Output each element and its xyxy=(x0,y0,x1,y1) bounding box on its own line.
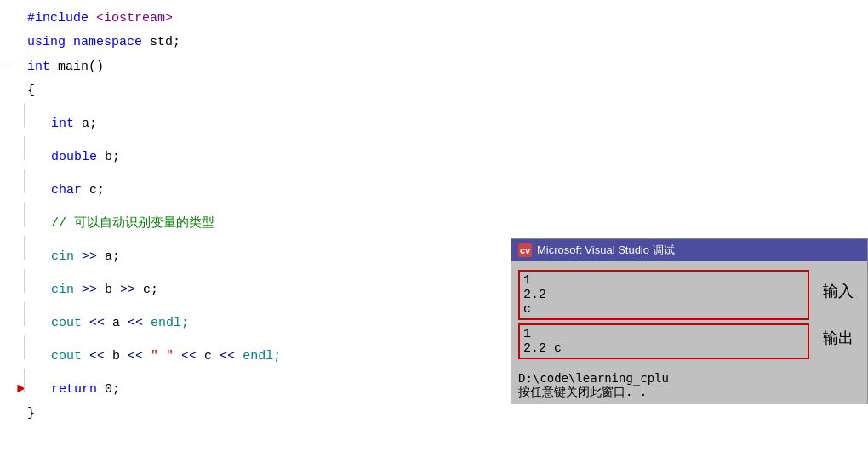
code-token: a xyxy=(112,316,128,330)
indent-bar xyxy=(24,103,48,127)
code-token: // 可以自动识别变量的类型 xyxy=(51,216,214,231)
indent-bar xyxy=(24,302,48,326)
code-token: main() xyxy=(58,60,104,74)
output-line-2: 2.2 c xyxy=(523,341,804,356)
code-content: cout << a << endl; xyxy=(48,312,189,335)
code-token: >> xyxy=(82,249,105,264)
code-token: << xyxy=(89,316,112,330)
footer-text: D:\code\learning_cplu 按任意键关闭此窗口. . xyxy=(511,368,867,404)
indent-bar xyxy=(24,335,48,359)
code-line: } xyxy=(0,402,868,426)
code-token: a; xyxy=(82,117,97,131)
code-token: << xyxy=(89,349,112,364)
output-line-1: 1 xyxy=(523,327,804,341)
indent-bar xyxy=(24,169,48,193)
panel-body: 1 2.2 c 1 2.2 c 输入 输出 xyxy=(511,261,867,368)
code-token: " " xyxy=(151,349,174,364)
code-token: c xyxy=(204,349,220,364)
code-content: #include <iostream> xyxy=(24,7,173,31)
code-token: a; xyxy=(105,249,120,264)
input-line-1: 1 xyxy=(523,273,804,288)
code-line: double b; xyxy=(0,136,868,169)
code-token: c; xyxy=(143,283,158,297)
code-content: char c; xyxy=(48,179,105,203)
code-token: int xyxy=(51,117,82,131)
code-content: cout << b << " " << c << endl; xyxy=(48,345,281,369)
panel-title: Microsoft Visual Studio 调试 xyxy=(537,243,675,258)
code-content: { xyxy=(24,79,35,103)
code-token: char xyxy=(51,183,89,198)
indent-bar xyxy=(24,369,48,392)
input-box: 1 2.2 c xyxy=(518,270,809,320)
code-token: { xyxy=(27,83,35,98)
code-line: // 可以自动识别变量的类型 xyxy=(0,203,868,236)
code-token: int xyxy=(27,60,58,74)
code-line: −int main() xyxy=(0,54,868,79)
code-token: >> xyxy=(82,283,105,297)
input-line-3: c xyxy=(523,302,804,317)
code-token: #include xyxy=(27,11,96,26)
code-content: double b; xyxy=(48,146,120,169)
code-token: endl; xyxy=(243,349,281,364)
vs-icon: cv xyxy=(518,243,532,257)
code-token: >> xyxy=(120,283,143,297)
indent-bar xyxy=(24,236,48,260)
input-line-2: 2.2 xyxy=(523,288,804,302)
label-area: 输入 输出 xyxy=(816,266,867,363)
output-label: 输出 xyxy=(823,328,854,348)
output-panel: cv Microsoft Visual Studio 调试 1 2.2 c 1 … xyxy=(511,238,868,404)
code-token: << xyxy=(181,349,204,364)
code-editor: #include <iostream>using namespace std;−… xyxy=(0,0,868,458)
footer-line-2: 按任意键关闭此窗口. . xyxy=(518,385,860,400)
code-line: { xyxy=(0,79,868,103)
code-content: cin >> a; xyxy=(48,245,120,269)
code-token: << xyxy=(128,349,151,364)
code-token: cout xyxy=(51,316,89,330)
terminal-area: 1 2.2 c 1 2.2 c xyxy=(511,266,816,363)
footer-line-1: D:\code\learning_cplu xyxy=(518,371,860,385)
collapse-icon[interactable]: − xyxy=(5,54,12,78)
code-content: cin >> b >> c; xyxy=(48,278,158,302)
line-gutter: − xyxy=(0,54,17,78)
code-token: using xyxy=(27,35,73,49)
code-token: namespace xyxy=(73,35,150,49)
code-content: using namespace std; xyxy=(24,31,180,54)
code-content: int a; xyxy=(48,112,97,136)
code-token: cin xyxy=(51,283,82,297)
input-label: 输入 xyxy=(823,281,854,301)
indent-bar xyxy=(24,269,48,293)
code-token: cout xyxy=(51,349,89,364)
code-token: return xyxy=(51,382,105,397)
code-token: double xyxy=(51,150,105,164)
indent-bar xyxy=(24,203,48,226)
code-line: char c; xyxy=(0,169,868,203)
code-token: b xyxy=(112,349,128,364)
code-token: << xyxy=(220,349,243,364)
code-token: b xyxy=(105,283,120,297)
code-token: b; xyxy=(105,150,120,164)
code-line: #include <iostream> xyxy=(0,7,868,31)
code-content: return 0; xyxy=(48,378,120,402)
code-content: // 可以自动识别变量的类型 xyxy=(48,212,214,236)
code-token: } xyxy=(27,406,35,421)
code-token xyxy=(174,349,181,364)
code-token: endl; xyxy=(151,316,189,330)
code-token: std; xyxy=(150,35,180,49)
code-line: int a; xyxy=(0,103,868,136)
code-content: } xyxy=(24,402,35,426)
code-token: 0; xyxy=(105,382,120,397)
output-box: 1 2.2 c xyxy=(518,323,809,359)
code-line: using namespace std; xyxy=(0,31,868,54)
indent-bar xyxy=(24,136,48,160)
code-token: c; xyxy=(89,183,105,198)
code-token: cin xyxy=(51,249,82,264)
code-token: <iostream> xyxy=(96,11,173,26)
code-content: int main() xyxy=(24,55,104,79)
code-token: << xyxy=(128,316,151,330)
panel-title-bar: cv Microsoft Visual Studio 调试 xyxy=(511,239,867,261)
